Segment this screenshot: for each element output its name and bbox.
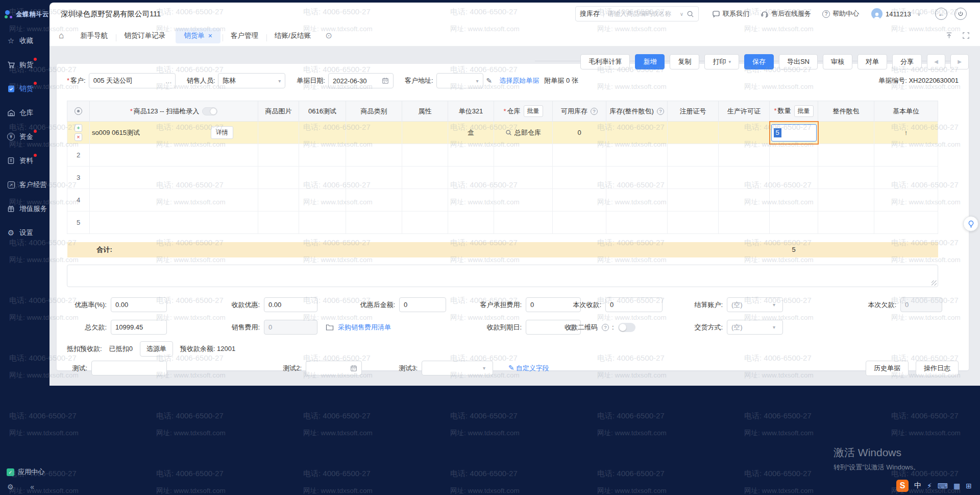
export-sn-button[interactable]: 导出SN — [779, 54, 818, 69]
cell-production-license[interactable] — [719, 122, 770, 144]
col-warehouse[interactable]: 仓库批量 — [494, 101, 553, 122]
cell-available-stock[interactable]: 0 — [553, 122, 606, 144]
sidebar-item-funds[interactable]: ¥ 资金 — [0, 125, 50, 149]
select-source-doc-link[interactable]: 选择原始单据 — [499, 76, 539, 85]
sidebar-item-sales[interactable]: 销货 — [0, 77, 50, 101]
col-attribute[interactable]: 属性 — [402, 101, 448, 122]
sidebar-item-customer-ops[interactable]: ↗ 客户经营 — [0, 173, 50, 197]
cell-category[interactable] — [346, 122, 402, 144]
discount-rate-field[interactable] — [111, 297, 167, 312]
col-available-stock[interactable]: 可用库存? — [553, 101, 606, 122]
cell-unit[interactable]: 盒 — [448, 122, 494, 144]
next-record-button[interactable]: ▶ — [950, 54, 969, 69]
quantity-batch-button[interactable]: 批量 — [794, 105, 814, 117]
address-select[interactable]: ▾ — [436, 73, 483, 88]
calendar-icon[interactable] — [382, 77, 389, 84]
col-production-license[interactable]: 生产许可证 — [719, 101, 770, 122]
col-category[interactable]: 商品类别 — [346, 101, 402, 122]
save-button[interactable]: 保存 — [744, 54, 774, 69]
folder-icon[interactable] — [326, 324, 334, 331]
col-0616-test[interactable]: 0616测试 — [299, 101, 346, 122]
current-payment-field[interactable] — [605, 297, 663, 312]
share-button[interactable]: 分享 — [892, 54, 922, 69]
scan-toggle[interactable] — [202, 107, 217, 115]
test1-field[interactable] — [91, 361, 167, 375]
home-icon[interactable]: ⌂ — [59, 31, 64, 41]
ellipsis-lookup-icon[interactable]: … — [165, 77, 172, 85]
tab-beginner-nav[interactable]: 新手导航 — [72, 28, 116, 43]
col-base-unit[interactable]: 基本单位 — [874, 101, 938, 122]
tab-customer-management[interactable]: 客户管理 — [223, 28, 266, 43]
col-registration-no[interactable]: 注册证号 — [668, 101, 719, 122]
help-icon[interactable]: ? — [602, 324, 609, 331]
qr-toggle[interactable] — [618, 323, 635, 332]
test2-field[interactable] — [306, 361, 362, 375]
collapse-sidebar-icon[interactable]: « — [30, 483, 34, 491]
after-sales-service-link[interactable]: 售后在线服务 — [761, 9, 811, 18]
cell-stock-pack[interactable] — [606, 122, 668, 144]
test3-select[interactable]: ▾ — [422, 361, 493, 375]
col-product[interactable]: 商品123 -- 扫描枪录入 — [90, 101, 258, 122]
tab-sales-invoice[interactable]: 销货单 × — [176, 28, 220, 43]
ime-energy-icon[interactable]: ⚡ — [927, 482, 932, 490]
print-button[interactable]: 打印▾ — [704, 54, 739, 69]
power-icon[interactable] — [954, 8, 967, 20]
user-menu[interactable]: 1411213 ∨ — [871, 8, 924, 19]
date-field[interactable]: 2022-06-30 — [328, 73, 394, 88]
sidebar-item-favorites[interactable]: ☆ 收藏 — [0, 29, 50, 53]
col-unit[interactable]: 单位321 — [448, 101, 494, 122]
item-row-2[interactable]: 2 — [67, 144, 938, 167]
audit-button[interactable]: 审核 — [823, 54, 852, 69]
new-button[interactable]: 新增 — [635, 54, 665, 69]
salesperson-select[interactable]: 陈林 ▾ — [218, 73, 285, 88]
cell-product-image[interactable] — [258, 122, 299, 144]
sidebar-item-warehouse[interactable]: 仓库 — [0, 101, 50, 125]
col-stock-pack[interactable]: 库存(整件散包)? — [606, 101, 668, 122]
prev-record-button[interactable]: ◀ — [927, 54, 945, 69]
sidebar-item-value-added[interactable]: 增值服务 — [0, 197, 50, 221]
contact-us-link[interactable]: 联系我们 — [712, 9, 749, 18]
tab-closing[interactable]: 结账/反结账 — [266, 28, 319, 43]
gross-margin-button[interactable]: 毛利率计算 — [580, 54, 630, 69]
sidebar-item-app-center[interactable]: ✓ 应用中心 — [0, 464, 50, 480]
settlement-account-select[interactable]: (空)▾ — [727, 297, 783, 312]
cell-registration-no[interactable] — [668, 122, 719, 144]
cell-attribute[interactable] — [402, 122, 448, 144]
ime-chinese-mode-icon[interactable]: 中 — [914, 481, 921, 490]
tab-sales-order-records[interactable]: 销货订单记录 — [116, 28, 174, 43]
item-row-5[interactable]: 5 — [67, 211, 938, 234]
delete-row-icon[interactable]: × — [75, 133, 82, 141]
search-category-label[interactable]: 搜库存 — [580, 9, 600, 18]
discounted-amount-field[interactable] — [399, 297, 446, 312]
history-docs-button[interactable]: 历史单据 — [866, 361, 909, 376]
check-bill-button[interactable]: 对单 — [857, 54, 887, 69]
expense-list-link[interactable]: 采购销售费用清单 — [338, 323, 391, 332]
cell-base-unit[interactable]: ↑ — [874, 122, 938, 144]
ime-panel-icon[interactable]: ▦ — [953, 482, 960, 490]
add-row-icon[interactable]: + — [75, 124, 82, 132]
warehouse-batch-button[interactable]: 批量 — [524, 105, 543, 117]
search-icon[interactable] — [687, 10, 694, 18]
help-center-link[interactable]: ? 帮助中心 — [822, 9, 859, 18]
ime-keyboard-icon[interactable]: ⌨ — [938, 482, 948, 490]
edit-address-icon[interactable]: ✎ — [486, 77, 493, 85]
fullscreen-icon[interactable] — [962, 32, 970, 39]
item-row-1[interactable]: +× so009 0615测试详情 盒 总部仓库 0 — [67, 122, 938, 144]
grid-config-cell[interactable] — [67, 101, 90, 122]
copy-button[interactable]: 复制 — [670, 54, 699, 69]
operation-log-button[interactable]: 操作日志 — [916, 361, 959, 376]
detail-button[interactable]: 详情 — [211, 126, 233, 139]
chevron-down-icon[interactable]: ∨ — [680, 11, 683, 17]
settings-gear-icon[interactable]: ⚙ — [7, 483, 14, 491]
remark-textarea[interactable] — [67, 265, 938, 287]
back-icon[interactable]: ← — [935, 8, 947, 20]
payment-discount-field[interactable] — [264, 297, 317, 312]
cell-quantity-active[interactable]: 5 — [770, 122, 818, 144]
sidebar-item-purchase[interactable]: 购货 — [0, 53, 50, 77]
cell-warehouse[interactable]: 总部仓库 — [494, 122, 553, 144]
sidebar-item-data[interactable]: 资料 — [0, 149, 50, 173]
item-row-3[interactable]: 3 — [67, 167, 938, 189]
quantity-input[interactable]: 5 — [771, 124, 817, 142]
customer-field[interactable] — [89, 73, 176, 88]
search-icon[interactable] — [505, 129, 512, 136]
